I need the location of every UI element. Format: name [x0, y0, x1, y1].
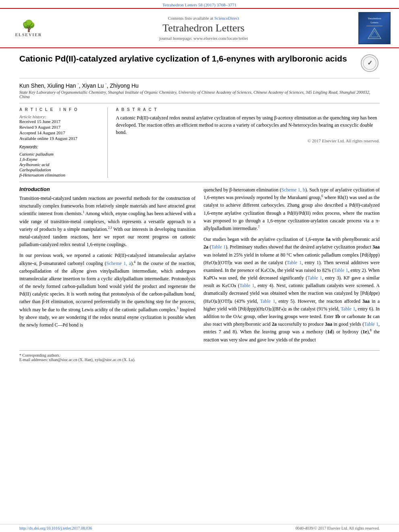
- affiliation: State Key Laboratory of Organometallic C…: [19, 90, 380, 99]
- keywords-label: Keywords:: [19, 145, 102, 149]
- keyword-2: 1,6-Enyne: [19, 157, 102, 162]
- article-history: Article history: Received 15 June 2017 R…: [19, 114, 102, 141]
- contents-available-text: Contents lists available at: [168, 16, 213, 21]
- article-info-column: A R T I C L E I N F O Article history: R…: [19, 107, 108, 178]
- keyword-3: Arylboronic acid: [19, 162, 102, 167]
- introduction-title: Introduction: [19, 186, 195, 192]
- journal-title: Tetrahedron Letters: [56, 22, 352, 34]
- sciencedirect-info: Contents lists available at ScienceDirec…: [56, 16, 352, 21]
- header: 🌳 ELSEVIER Contents lists available at S…: [0, 8, 399, 48]
- sciencedirect-link[interactable]: ScienceDirect: [214, 16, 239, 21]
- keyword-1: Cationic palladium: [19, 152, 102, 156]
- title-text: Cationic Pd(II)-catalyzed arylative cycl…: [19, 54, 347, 63]
- scheme1b-link[interactable]: Scheme 1, b: [281, 187, 305, 193]
- keywords-section: Keywords: Cationic palladium 1,6-Enyne A…: [19, 145, 102, 177]
- elsevier-logo-area: 🌳 ELSEVIER: [6, 16, 51, 40]
- table1-link-1[interactable]: Table 1: [211, 244, 226, 250]
- keywords-list: Cationic palladium 1,6-Enyne Arylboronic…: [19, 152, 102, 177]
- online-date: Available online 19 August 2017: [19, 136, 102, 141]
- copyright-text: © 2017 Elsevier Ltd. All rights reserved…: [116, 138, 380, 143]
- journal-badge: TetrahedronLetters: [358, 12, 391, 44]
- elsevier-tree-icon: 🌳: [22, 19, 36, 33]
- accepted-date: Accepted 14 August 2017: [19, 130, 102, 135]
- issn-notice: 0040-4039/© 2017 Elsevier Ltd. All right…: [296, 526, 380, 530]
- star-note-label: * Corresponding authors.: [19, 353, 60, 357]
- abstract-column: A B S T R A C T A cationic Pd(II)-cataly…: [116, 107, 380, 178]
- scheme1a-link[interactable]: Scheme 1, a: [107, 261, 131, 266]
- article-info-label: A R T I C L E I N F O: [19, 107, 102, 112]
- abstract-text: A cationic Pd(II)-catalyzed redox neutra…: [116, 114, 380, 136]
- table1-link-8[interactable]: Table 1: [364, 321, 378, 327]
- right-para-2: Our studies began with the arylative cyc…: [204, 236, 380, 344]
- article-title: Cationic Pd(II)-catalyzed arylative cycl…: [19, 53, 355, 64]
- footer-bar: http://dx.doi.org/10.1016/j.tetlet.2017.…: [0, 524, 399, 532]
- article-title-section: Cationic Pd(II)-catalyzed arylative cycl…: [19, 53, 380, 78]
- journal-badge-area: TetrahedronLetters: [356, 12, 393, 44]
- header-center: Contents lists available at ScienceDirec…: [56, 16, 352, 41]
- table1-link-3[interactable]: Table 1: [334, 267, 348, 273]
- footer-section: * Corresponding authors. E-mail addresse…: [19, 350, 380, 362]
- body-columns: Introduction Transition-metal-catalyzed …: [19, 186, 380, 347]
- svg-marker-1: [370, 31, 378, 37]
- email-note: E-mail addresses: xlhan@sioc.ac.cn (X. H…: [19, 357, 380, 362]
- body-right-column: quenched by β-heteroatom elimination (Sc…: [204, 186, 380, 347]
- table1-link-6[interactable]: Table 1: [260, 298, 276, 304]
- crossmark-icon: ✓: [361, 54, 378, 72]
- authors-section: Kun Shen, Xiuling Han *, Xiyan Lu *, Zhi…: [19, 82, 380, 99]
- table1-link-4[interactable]: Table 1: [307, 275, 322, 281]
- crossmark-svg: ✓: [362, 56, 377, 70]
- intro-para-2: In our previous work, we reported a cati…: [19, 252, 195, 329]
- received-date: Received 15 June 2017: [19, 119, 102, 124]
- doi-link[interactable]: http://dx.doi.org/10.1016/j.tetlet.2017.…: [19, 526, 92, 530]
- crossmark-badge[interactable]: ✓: [360, 53, 380, 73]
- corresponding-author-note: * Corresponding authors.: [19, 353, 380, 357]
- keyword-5: β-Heteroatom elimination: [19, 173, 102, 177]
- badge-graphic: [367, 27, 382, 39]
- table1-link-2[interactable]: Table 1: [287, 260, 302, 265]
- table1-link-7[interactable]: Table 1: [341, 306, 355, 312]
- article-info-abstract: A R T I C L E I N F O Article history: R…: [19, 103, 380, 182]
- page: Tetrahedron Letters 58 (2017) 3768–3771 …: [0, 0, 399, 532]
- badge-text: TetrahedronLetters: [368, 17, 381, 25]
- elsevier-label: ELSEVIER: [15, 33, 42, 37]
- history-label: Article history:: [19, 114, 102, 119]
- authors: Kun Shen, Xiuling Han *, Xiyan Lu *, Zhi…: [19, 82, 380, 89]
- main-content: Cationic Pd(II)-catalyzed arylative cycl…: [0, 48, 399, 524]
- abstract-label: A B S T R A C T: [116, 107, 380, 112]
- keyword-4: Carbopalladation: [19, 167, 102, 172]
- body-left-column: Introduction Transition-metal-catalyzed …: [19, 186, 195, 347]
- svg-text:✓: ✓: [367, 60, 372, 66]
- revised-date: Revised 9 August 2017: [19, 125, 102, 129]
- intro-para-1: Transition-metal-catalyzed tandem reacti…: [19, 195, 195, 249]
- right-para-1: quenched by β-heteroatom elimination (Sc…: [204, 186, 380, 232]
- table1-link-5[interactable]: Table 1: [240, 283, 255, 288]
- journal-homepage: journal homepage: www.elsevier.com/locat…: [56, 36, 352, 41]
- top-bar: Tetrahedron Letters 58 (2017) 3768–3771: [0, 0, 399, 8]
- elsevier-logo: 🌳 ELSEVIER: [8, 16, 49, 40]
- journal-reference: Tetrahedron Letters 58 (2017) 3768–3771: [162, 2, 237, 7]
